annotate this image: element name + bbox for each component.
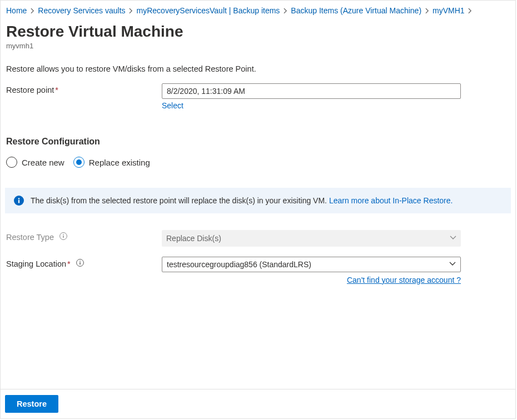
chevron-right-icon xyxy=(467,7,474,14)
chevron-right-icon xyxy=(282,7,289,14)
chevron-right-icon xyxy=(128,7,135,14)
radio-create-new[interactable]: Create new xyxy=(6,157,64,168)
svg-rect-8 xyxy=(79,261,80,262)
cant-find-storage-link[interactable]: Can't find your storage account ? xyxy=(162,276,461,284)
svg-rect-1 xyxy=(18,200,19,203)
restore-point-input[interactable] xyxy=(162,83,461,99)
radio-replace-existing[interactable]: Replace existing xyxy=(73,157,150,168)
breadcrumb-item-backup-items-azure-vm[interactable]: Backup Items (Azure Virtual Machine) xyxy=(291,6,421,15)
staging-location-value: testresourcegroupdiag856 (StandardLRS) xyxy=(167,260,311,269)
page-title: Restore Virtual Machine xyxy=(6,23,511,41)
radio-label: Create new xyxy=(22,158,64,167)
svg-rect-5 xyxy=(63,234,63,235)
restore-type-value: Replace Disk(s) xyxy=(166,234,221,243)
restore-point-label: Restore point* xyxy=(5,83,162,94)
breadcrumb: Home Recovery Services vaults myRecovery… xyxy=(5,5,511,15)
chevron-right-icon xyxy=(29,7,36,14)
chevron-down-icon xyxy=(449,260,456,269)
info-tooltip-icon[interactable] xyxy=(59,232,67,240)
staging-location-select[interactable]: testresourcegroupdiag856 (StandardLRS) xyxy=(162,257,461,272)
chevron-right-icon xyxy=(424,7,430,14)
info-banner: The disk(s) from the selected restore po… xyxy=(5,188,511,213)
breadcrumb-item-vault-backup-items[interactable]: myRecoveryServicesVault | Backup items xyxy=(137,6,280,15)
staging-location-label: Staging Location* xyxy=(5,257,162,268)
info-banner-link[interactable]: Learn more about In-Place Restore. xyxy=(329,196,453,205)
svg-rect-7 xyxy=(79,262,80,264)
restore-configuration-header: Restore Configuration xyxy=(6,137,511,147)
breadcrumb-item-home[interactable]: Home xyxy=(6,6,27,15)
restore-type-select: Replace Disk(s) xyxy=(162,230,461,247)
radio-icon xyxy=(6,157,17,168)
page-subtitle: myvmh1 xyxy=(6,42,511,50)
restore-button[interactable]: Restore xyxy=(5,395,58,413)
breadcrumb-item-recovery-vaults[interactable]: Recovery Services vaults xyxy=(38,6,125,15)
breadcrumb-item-myvmh1[interactable]: myVMH1 xyxy=(433,6,465,15)
chevron-down-icon xyxy=(450,234,456,243)
restore-config-radio-group: Create new Replace existing xyxy=(6,157,511,168)
radio-icon xyxy=(73,157,84,168)
svg-rect-4 xyxy=(63,236,63,238)
page-description: Restore allows you to restore VM/disks f… xyxy=(6,64,511,73)
info-banner-text: The disk(s) from the selected restore po… xyxy=(31,196,453,205)
svg-rect-2 xyxy=(18,198,19,199)
info-icon xyxy=(14,196,24,206)
restore-type-label: Restore Type xyxy=(5,230,162,242)
info-tooltip-icon[interactable] xyxy=(76,259,84,267)
radio-label: Replace existing xyxy=(89,158,150,167)
restore-point-select-link[interactable]: Select xyxy=(162,101,183,110)
